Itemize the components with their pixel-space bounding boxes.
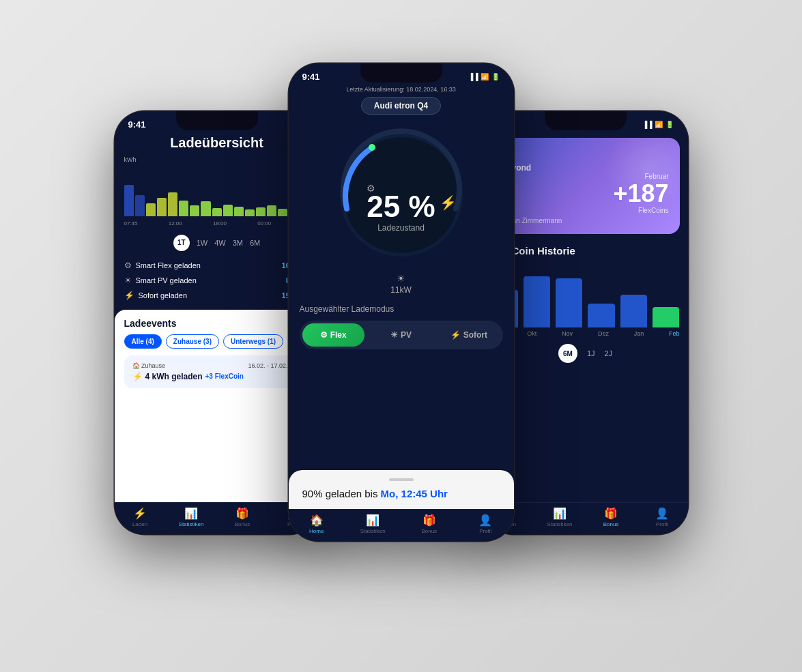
pv-icon: ☀ xyxy=(124,276,132,285)
right-nav-statistiken[interactable]: 📊 Statistiken xyxy=(534,507,586,527)
left-nav-bonus[interactable]: 🎁 Bonus xyxy=(217,507,268,527)
bar-3 xyxy=(146,203,156,216)
right-signal-icon: ▐▐ xyxy=(642,121,652,128)
center-nav-home[interactable]: 🏠 Home xyxy=(289,514,345,534)
laden-label: Laden xyxy=(132,521,147,527)
center-statistiken-icon: 📊 xyxy=(366,514,379,527)
right-status-icons: ▐▐ 📶 🔋 xyxy=(642,121,674,128)
filter-3m[interactable]: 3M xyxy=(233,235,243,251)
h-bar-okt xyxy=(524,276,550,327)
filter-6m[interactable]: 6M xyxy=(250,235,260,251)
x-label-3: 18:00 xyxy=(213,220,227,227)
filter-1w[interactable]: 1W xyxy=(197,235,208,251)
lademodus-title: Ausgewählter Lademodus xyxy=(300,304,503,314)
gauge-percent: 25 % xyxy=(367,192,435,222)
power-sun-icon: ☀ xyxy=(289,273,514,284)
center-nav-profil[interactable]: 👤 Profil xyxy=(457,514,514,534)
center-screen: 9:41 ▐▐ 📶 🔋 Letzte Aktualisierung: 18.02… xyxy=(289,63,514,541)
statistiken-label: Statistiken xyxy=(179,521,204,527)
event-header: 🏠 Zuhause 16.02. - 17.02.2024 xyxy=(132,362,302,369)
center-bonus-icon: 🎁 xyxy=(423,514,436,527)
center-bottom-nav: 🏠 Home 📊 Statistiken 🎁 Bonus 👤 Profil xyxy=(289,509,514,541)
bar-12 xyxy=(245,209,255,216)
filter-1t[interactable]: 1T xyxy=(173,235,190,251)
x-label-2: 12:00 xyxy=(169,220,182,227)
center-statistiken-label: Statistiken xyxy=(360,528,386,534)
flexcoin-history-title: FlexCoin Historie xyxy=(483,239,688,259)
chart-y-label: kWh xyxy=(124,156,310,163)
x-label-1: 07:45 xyxy=(124,220,138,227)
mode-pv[interactable]: ☀ PV xyxy=(370,323,432,347)
flex-icon: ⚙ xyxy=(124,261,132,270)
bar-6 xyxy=(179,201,188,216)
center-battery-icon: 🔋 xyxy=(491,73,500,81)
right-profil-icon: 👤 xyxy=(655,507,669,520)
bar-13 xyxy=(256,207,266,216)
center-nav-statistiken[interactable]: 📊 Statistiken xyxy=(345,514,401,534)
phones-container: 9:41 ▐ 📶 Ladeübersicht kWh xyxy=(94,43,708,630)
sofort-mode-icon: ⚡ xyxy=(450,330,461,340)
x-label-4: 00:00 xyxy=(257,220,271,227)
right-battery-icon: 🔋 xyxy=(665,121,674,128)
right-notch xyxy=(545,111,627,130)
label-nov: Nov xyxy=(562,330,573,337)
center-nav-bonus[interactable]: 🎁 Bonus xyxy=(401,514,458,534)
tab-unterwegs[interactable]: Unterwegs (1) xyxy=(223,334,283,349)
h-bar-feb xyxy=(653,307,679,327)
event-location: 🏠 Zuhause xyxy=(132,362,166,369)
laden-icon: ⚡ xyxy=(133,507,147,520)
chart-x-labels: 07:45 12:00 18:00 00:00 07: xyxy=(124,219,310,231)
center-time: 9:41 xyxy=(302,72,320,82)
phone-right: 9:41 ▐▐ 📶 🔋 » beyond Februar +187 FlexCo… xyxy=(483,111,688,534)
left-notch xyxy=(176,111,258,130)
ladeevents-title: Ladeevents xyxy=(124,318,310,329)
home-icon: 🏠 xyxy=(310,514,324,527)
gauge-power-value: 11kW xyxy=(289,285,514,295)
right-filter-6m[interactable]: 6M xyxy=(558,344,577,363)
bonus-label: Bonus xyxy=(235,521,250,527)
label-okt: Okt xyxy=(527,330,536,337)
statistiken-icon: 📊 xyxy=(184,507,198,520)
right-nav-bonus[interactable]: 🎁 Bonus xyxy=(586,507,637,527)
bonus-user: Julian Zimmermann xyxy=(502,217,669,224)
bar-chart xyxy=(124,164,310,219)
history-labels: Sep Okt Nov Dez Jan Feb xyxy=(483,327,688,341)
left-nav-statistiken[interactable]: 📊 Statistiken xyxy=(166,507,217,527)
filter-4w[interactable]: 4W xyxy=(214,235,226,251)
center-profil-label: Profil xyxy=(479,528,491,534)
bonus-icon: 🎁 xyxy=(235,507,249,520)
right-bonus-label: Bonus xyxy=(603,521,619,527)
sheet-text: 90% geladen bis Mo, 12:45 Uhr xyxy=(302,488,500,499)
lademodus-section: Ausgewählter Lademodus ⚙ Flex ☀ PV ⚡ Sof… xyxy=(289,295,514,355)
bar-11 xyxy=(234,207,244,216)
right-filter-1j[interactable]: 1J xyxy=(587,344,595,363)
right-bonus-icon: 🎁 xyxy=(604,507,618,520)
stat-sofort-label: Sofort geladen xyxy=(139,291,188,300)
right-nav-profil[interactable]: 👤 Profil xyxy=(637,507,688,527)
left-nav-laden[interactable]: ⚡ Laden xyxy=(115,507,166,527)
car-badge: Audi etron Q4 xyxy=(289,97,514,115)
bar-7 xyxy=(190,205,199,216)
right-wifi-icon: 📶 xyxy=(655,121,663,128)
right-profil-label: Profil xyxy=(656,521,668,527)
bottom-sheet: 90% geladen bis Mo, 12:45 Uhr xyxy=(289,470,514,509)
mode-sofort[interactable]: ⚡ Sofort xyxy=(438,323,500,347)
bar-2 xyxy=(135,195,145,216)
sheet-highlight: Mo, 12:45 Uhr xyxy=(381,488,448,499)
pv-mode-label: PV xyxy=(401,330,412,340)
sheet-handle xyxy=(389,478,414,481)
bar-1 xyxy=(124,185,134,216)
right-bottom-nav: ⚡ Laden 📊 Statistiken 🎁 Bonus 👤 Profil xyxy=(483,502,688,534)
tab-zuhause[interactable]: Zuhause (3) xyxy=(166,334,219,349)
mode-flex[interactable]: ⚙ Flex xyxy=(302,323,364,347)
center-status-icons: ▐▐ 📶 🔋 xyxy=(468,73,500,81)
right-filter-2j[interactable]: 2J xyxy=(605,344,613,363)
flex-mode-icon: ⚙ xyxy=(320,330,328,340)
sheet-text-prefix: 90% geladen bis xyxy=(302,488,381,499)
h-bar-jan xyxy=(620,295,647,327)
bar-15 xyxy=(278,209,287,216)
bar-10 xyxy=(223,205,233,216)
history-chart xyxy=(483,259,688,327)
tab-alle[interactable]: Alle (4) xyxy=(124,334,162,349)
left-time: 9:41 xyxy=(128,119,146,130)
